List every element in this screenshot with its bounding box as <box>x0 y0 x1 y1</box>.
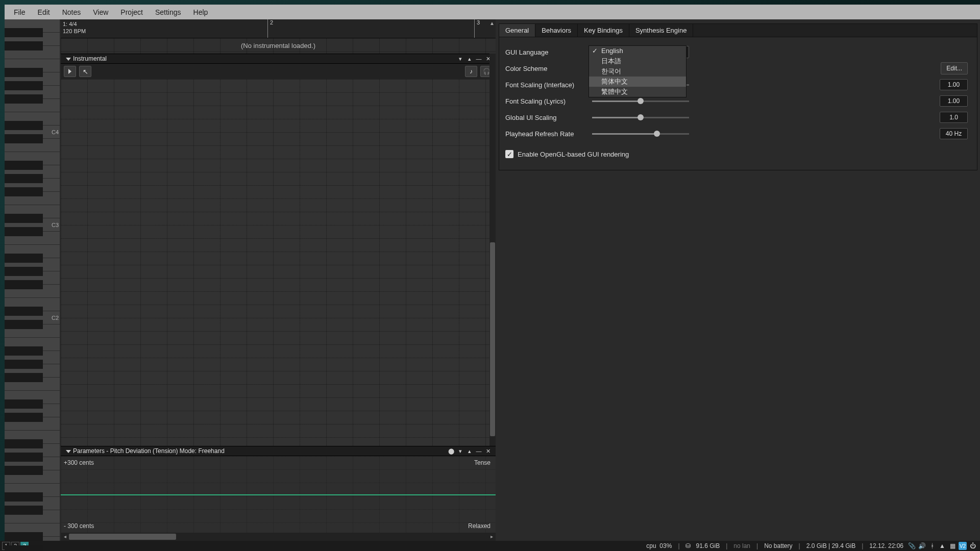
cpu-label: cpu <box>646 542 656 549</box>
menu-edit[interactable]: Edit <box>32 6 56 18</box>
tab-behaviors[interactable]: Behaviors <box>535 24 578 37</box>
scroll-right-icon[interactable]: ▸ <box>488 534 495 540</box>
menu-settings[interactable]: Settings <box>149 6 187 18</box>
font-lyrics-value[interactable]: 1.00 <box>940 95 968 107</box>
font-lyrics-slider[interactable] <box>592 96 689 106</box>
disk-icon: ⛁ <box>684 542 692 550</box>
menu-help[interactable]: Help <box>187 6 214 18</box>
menu-project[interactable]: Project <box>114 6 149 18</box>
time-signature: 1: 4/4 <box>63 20 86 28</box>
playhead-rate-value[interactable]: 40 Hz <box>940 128 968 139</box>
global-scaling-slider[interactable] <box>592 112 689 122</box>
instrumental-track-title: Instrumental <box>73 55 107 62</box>
lang-option-4[interactable]: 繁體中文 <box>589 87 686 97</box>
taskbar: 1 2 3 cpu 03% | ⛁ 91.6 GiB | no lan | No… <box>0 541 980 551</box>
parameters-panel[interactable]: +300 cents Tense - 300 cents Relaxed <box>61 456 496 533</box>
play-button[interactable] <box>64 66 76 77</box>
menu-notes[interactable]: Notes <box>56 6 87 18</box>
memory-status: 2.0 GiB | 29.4 GiB <box>803 542 859 549</box>
params-bottom-left-label: - 300 cents <box>64 522 94 530</box>
bar-marker-2: 2 <box>267 19 273 38</box>
volume-icon[interactable]: 🔊 <box>918 542 926 550</box>
opengl-checkbox[interactable]: ✓ <box>505 150 513 158</box>
opengl-label: Enable OpenGL-based GUI rendering <box>518 151 629 158</box>
params-midline <box>61 494 496 495</box>
color-scheme-edit-button[interactable]: Edit... <box>941 62 968 74</box>
vertical-scrollbar[interactable] <box>489 54 496 446</box>
global-scaling-value[interactable]: 1.0 <box>940 112 968 123</box>
note-tool-button[interactable]: ♪ <box>465 66 477 77</box>
piano-roll-grid[interactable] <box>61 79 496 446</box>
global-scaling-label: Global UI Scaling <box>505 114 592 121</box>
clock: 12.12. 22:06 <box>866 542 906 549</box>
font-interface-value[interactable]: 1.00 <box>940 79 968 90</box>
font-lyrics-label: Font Scaling (Lyrics) <box>505 97 592 105</box>
lang-option-2[interactable]: 한국어 <box>589 66 686 77</box>
cursor-tool-button[interactable]: ↖ <box>79 66 91 77</box>
settings-pane: General Behaviors Key Bindings Synthesis… <box>496 19 980 541</box>
tempo: 120 BPM <box>63 28 86 35</box>
params-top-right-label: Tense <box>474 459 491 466</box>
params-collapse-icon[interactable] <box>64 448 73 454</box>
battery-status: No battery <box>761 542 795 549</box>
timeline[interactable]: 1: 4/4 120 BPM 2 3 ▲ <box>61 19 496 38</box>
parameters-title: Parameters - Pitch Deviation (Tension) M… <box>73 447 225 455</box>
menu-file[interactable]: File <box>8 6 32 18</box>
editor-pane: C4C3C2 1: 4/4 120 BPM 2 3 ▲ (No instrume… <box>5 19 496 541</box>
lang-option-0[interactable]: ✓English <box>589 46 686 56</box>
vscroll-thumb[interactable] <box>490 242 495 436</box>
params-down-icon[interactable]: ▾ <box>456 448 465 455</box>
params-close-icon[interactable]: ✕ <box>483 448 493 455</box>
params-record-icon[interactable]: ⬤ <box>447 448 456 455</box>
gui-language-label: GUI Language <box>505 48 592 56</box>
horizontal-scrollbar[interactable]: ◂ ▸ <box>61 533 496 541</box>
params-minimize-icon[interactable]: — <box>474 448 483 454</box>
settings-tabs: General Behaviors Key Bindings Synthesis… <box>499 23 977 37</box>
lang-option-1[interactable]: 日本語 <box>589 56 686 66</box>
disk-value: 91.6 GiB <box>693 542 723 549</box>
lan-status: no lan <box>730 542 753 549</box>
track-move-up-icon[interactable]: ▴ <box>465 56 474 62</box>
transport-bar: ↖ ♪ 🎧 <box>61 64 496 79</box>
params-up-icon[interactable]: ▴ <box>465 448 474 455</box>
tab-general[interactable]: General <box>499 24 535 37</box>
bluetooth-icon[interactable]: ᚼ <box>928 542 936 550</box>
color-scheme-label: Color Scheme <box>505 65 592 72</box>
params-bottom-right-label: Relaxed <box>468 522 491 530</box>
bar-marker-3: 3 <box>474 19 480 38</box>
no-instrumental-label: (No instrumental loaded.) <box>61 42 496 49</box>
playhead-rate-label: Playhead Refresh Rate <box>505 130 592 138</box>
scroll-left-icon[interactable]: ◂ <box>62 534 68 540</box>
tab-synthesis[interactable]: Synthesis Engine <box>629 24 693 37</box>
track-minimize-icon[interactable]: — <box>474 56 483 62</box>
hscroll-thumb[interactable] <box>69 534 176 540</box>
params-top-left-label: +300 cents <box>64 459 94 466</box>
lang-option-3[interactable]: 简体中文 <box>589 77 686 87</box>
wifi-icon[interactable]: ▲ <box>938 542 946 550</box>
vnc-tray-icon[interactable]: V2 <box>959 542 967 550</box>
network-icon[interactable]: ▦ <box>948 542 957 550</box>
menubar: File Edit Notes View Project Settings He… <box>5 5 980 19</box>
collapse-icon[interactable] <box>64 56 73 62</box>
instrumental-track-header: Instrumental ▾ ▴ — ✕ <box>61 54 496 64</box>
power-icon[interactable]: ⏻ <box>969 542 977 550</box>
attach-icon[interactable]: 📎 <box>908 542 916 550</box>
font-interface-label: Font Scaling (Interface) <box>505 81 592 89</box>
arrangement-lane[interactable]: (No instrumental loaded.) <box>61 38 496 54</box>
scroll-up-icon[interactable]: ▲ <box>489 20 495 26</box>
tab-keybindings[interactable]: Key Bindings <box>578 24 629 37</box>
parameters-header: Parameters - Pitch Deviation (Tension) M… <box>61 446 496 456</box>
menu-view[interactable]: View <box>87 6 114 18</box>
gui-language-dropdown[interactable]: ✓English日本語한국어简体中文繁體中文 <box>589 45 687 97</box>
piano-keys[interactable]: C4C3C2 <box>5 19 61 541</box>
track-menu-down-icon[interactable]: ▾ <box>456 56 465 62</box>
playhead-rate-slider[interactable] <box>592 129 689 139</box>
cpu-value: 03% <box>659 542 672 549</box>
